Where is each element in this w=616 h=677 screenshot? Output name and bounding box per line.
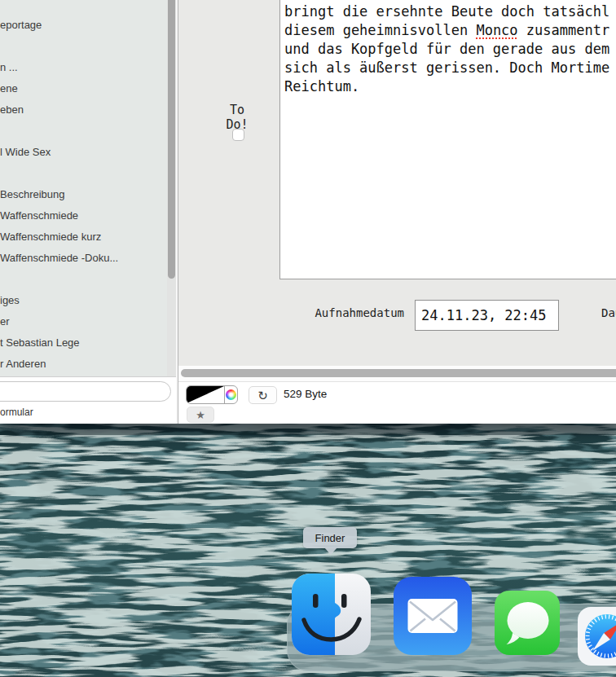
color-wheel-icon	[226, 389, 236, 400]
mail-icon[interactable]	[394, 577, 472, 655]
star-icon: ★	[196, 409, 205, 421]
dock-tooltip-caret	[324, 547, 337, 555]
text-line: Reichtum.	[284, 77, 616, 96]
list-item[interactable]: eben	[0, 99, 167, 121]
search-input[interactable]	[0, 381, 171, 402]
dock-tooltip-label: Finder	[315, 532, 345, 544]
list-item[interactable]	[0, 36, 167, 57]
sidebar-footer: ormular	[0, 376, 176, 424]
app-window: eportage n ... ene eben l Wide Sex Besch…	[0, 0, 616, 424]
list-item[interactable]	[0, 121, 167, 142]
list-item[interactable]: iges	[0, 290, 167, 311]
misspelled-word: Monco	[476, 22, 517, 38]
list-item[interactable]: er	[0, 311, 167, 332]
list-item[interactable]: r Anderen	[0, 354, 167, 375]
screen: Finder	[0, 0, 616, 677]
horizontal-scrollbar-track[interactable]	[178, 366, 616, 381]
list-item[interactable]	[0, 163, 167, 184]
horizontal-scrollbar-thumb[interactable]	[181, 369, 616, 377]
description-text-field[interactable]: bringt die ersehnte Beute doch tatsächl …	[279, 0, 616, 279]
sidebar-scrollbar-track[interactable]	[167, 0, 176, 376]
record-list-sidebar: eportage n ... ene eben l Wide Sex Besch…	[0, 0, 167, 376]
list-item[interactable]: t Sebastian Lege	[0, 332, 167, 354]
list-item[interactable]: n ...	[0, 57, 167, 78]
recording-date-label: Aufnahmedatum	[310, 306, 404, 319]
todo-label: To Do!	[215, 103, 259, 132]
list-item[interactable]: Waffenschmiede kurz	[0, 226, 167, 248]
list-item[interactable]: Waffenschmiede	[0, 205, 167, 226]
list-item[interactable]: eportage	[0, 15, 167, 36]
bottom-toolbar: ↻ 529 Byte ★	[178, 381, 616, 424]
text-line: und das Kopfgeld für den gerade aus dem	[284, 40, 616, 59]
todo-checkbox[interactable]	[232, 129, 244, 141]
list-item[interactable]: ene	[0, 78, 167, 99]
desktop: Finder	[0, 424, 616, 677]
safari-icon[interactable]	[578, 607, 616, 666]
refresh-button[interactable]: ↻	[249, 386, 277, 404]
duration-label: Dau	[601, 306, 616, 319]
gradient-swatch[interactable]	[186, 385, 238, 404]
list-item[interactable]: Waffenschmiede -Doku...	[0, 248, 167, 269]
refresh-icon: ↻	[257, 389, 268, 402]
record-list: eportage n ... ene eben l Wide Sex Besch…	[0, 15, 167, 375]
dock-tooltip: Finder	[303, 527, 357, 548]
text-line: sich als äußerst gerissen. Doch Mortime	[284, 59, 616, 77]
file-size-label: 529 Byte	[284, 388, 327, 400]
star-button[interactable]: ★	[187, 407, 214, 423]
form-pane: bringt die ersehnte Beute doch tatsächl …	[178, 0, 616, 424]
text-line: bringt die ersehnte Beute doch tatsächl	[284, 2, 616, 21]
recording-date-field[interactable]: 24.11.23, 22:45	[415, 300, 559, 331]
black-wedge-swatch[interactable]	[187, 386, 224, 403]
sidebar-scrollbar-thumb[interactable]	[168, 0, 175, 279]
messages-icon[interactable]	[495, 591, 560, 655]
finder-icon[interactable]	[292, 574, 371, 655]
view-mode-label: ormular	[0, 407, 33, 418]
list-item[interactable]: Beschreibung	[0, 184, 167, 205]
text-line: diesem geheimnisvollen Monco zusammentr	[284, 21, 616, 40]
color-picker-cell[interactable]	[224, 386, 237, 403]
list-item[interactable]	[0, 269, 167, 290]
list-item[interactable]: l Wide Sex	[0, 142, 167, 163]
